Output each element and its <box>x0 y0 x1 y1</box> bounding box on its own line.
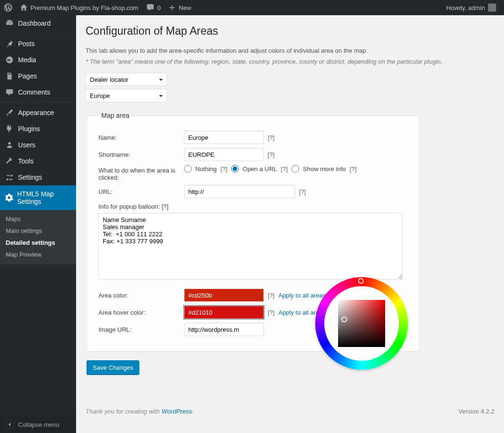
pin-icon <box>5 39 14 48</box>
sliders-icon <box>5 173 14 182</box>
collapse-menu[interactable]: Collapse menu <box>0 416 76 433</box>
sidebar-item-pages[interactable]: Pages <box>0 68 76 84</box>
radio-open-url[interactable] <box>231 165 239 173</box>
help-hint[interactable]: [?] <box>299 188 306 195</box>
footer-thanks: Thank you for creating with <box>86 408 162 415</box>
info-textarea[interactable] <box>98 213 403 279</box>
area-color-input[interactable] <box>184 289 264 302</box>
sidebar-item-label: Posts <box>18 40 35 48</box>
help-hint[interactable]: [?] <box>281 165 288 173</box>
radio-open-url-label: Open a URL <box>242 165 277 173</box>
svg-point-0 <box>10 59 12 61</box>
info-label: Info for popup balloon: [?] <box>98 203 403 210</box>
color-picker-saturation[interactable] <box>338 300 385 347</box>
area-color-label: Area color: <box>98 292 184 299</box>
hover-color-input[interactable] <box>184 306 264 319</box>
map-select[interactable]: Dealer locator <box>86 73 167 86</box>
admin-footer: Thank you for creating with WordPress. V… <box>86 389 494 422</box>
name-input[interactable] <box>184 131 264 144</box>
click-action-label: What to do when the area is clicked: <box>98 165 184 181</box>
sidebar-item-map-settings[interactable]: HTML5 Map Settings <box>0 185 76 210</box>
help-hint[interactable]: [?] <box>268 309 274 316</box>
main-content: Configuration of Map Areas This tab allo… <box>76 15 504 433</box>
new-content-link[interactable]: New <box>165 0 195 15</box>
save-button[interactable]: Save Changes <box>87 360 139 375</box>
site-name-link[interactable]: Premium Map Plugins by Fla-shop.com <box>16 0 142 15</box>
howdy-text: Howdy, admin <box>446 4 485 11</box>
help-hint[interactable]: [?] <box>221 165 227 173</box>
sidebar-item-media[interactable]: Media <box>0 52 76 68</box>
color-picker-sv-handle[interactable] <box>341 317 347 322</box>
radio-show-more-label: Show more info <box>303 165 346 173</box>
sidebar-item-label: Pages <box>18 72 37 80</box>
footer-version: Version 4.2.2 <box>458 408 494 415</box>
radio-nothing[interactable] <box>184 165 192 173</box>
sidebar-item-dashboard[interactable]: Dashboard <box>0 15 76 31</box>
svg-point-1 <box>8 142 10 144</box>
image-url-input[interactable] <box>184 323 264 336</box>
comments-link[interactable]: 0 <box>142 0 165 15</box>
page-icon <box>5 72 14 80</box>
radio-show-more[interactable] <box>291 165 299 173</box>
sidebar-item-users[interactable]: Users <box>0 137 76 153</box>
submenu-detailed-settings[interactable]: Detailed settings <box>0 237 76 249</box>
shortname-label: Shortname: <box>98 151 184 158</box>
sidebar-item-posts[interactable]: Posts <box>0 36 76 52</box>
comment-icon <box>146 3 155 12</box>
color-picker-hue-handle[interactable] <box>358 278 364 284</box>
intro-text: This tab allows you to add the area-spec… <box>86 47 494 54</box>
new-label: New <box>179 4 191 11</box>
url-input[interactable] <box>184 185 295 198</box>
sidebar-item-appearance[interactable]: Appearance <box>0 105 76 121</box>
help-hint[interactable]: [?] <box>268 292 274 299</box>
color-picker[interactable] <box>315 277 408 370</box>
help-hint[interactable]: [?] <box>268 151 274 158</box>
wrench-icon <box>5 157 14 165</box>
help-hint[interactable]: [?] <box>349 165 356 173</box>
sidebar-item-label: Comments <box>18 88 50 96</box>
area-select[interactable]: Europe <box>86 89 167 102</box>
sidebar-item-tools[interactable]: Tools <box>0 153 76 169</box>
plug-icon <box>5 125 14 133</box>
admin-sidebar: Dashboard Posts Media Pages Comments App… <box>0 15 76 433</box>
sidebar-item-label: HTML5 Map Settings <box>17 190 72 205</box>
sidebar-item-label: Media <box>18 56 36 64</box>
apply-all-link[interactable]: Apply to all areas <box>278 292 326 299</box>
home-icon <box>20 4 28 11</box>
intro-note: * The term "area" means one of the follo… <box>86 58 494 65</box>
account-link[interactable]: Howdy, admin <box>443 0 500 15</box>
name-label: Name: <box>98 134 184 141</box>
site-name: Premium Map Plugins by Fla-shop.com <box>30 4 138 11</box>
sidebar-item-label: Appearance <box>18 109 54 116</box>
plus-icon <box>168 4 176 11</box>
radio-nothing-label: Nothing <box>195 165 217 173</box>
sidebar-item-plugins[interactable]: Plugins <box>0 121 76 137</box>
sidebar-item-comments[interactable]: Comments <box>0 84 76 100</box>
media-icon <box>5 56 14 64</box>
comments-count: 0 <box>157 4 161 11</box>
sidebar-item-label: Plugins <box>18 125 40 133</box>
submenu-main-settings[interactable]: Main settings <box>0 225 76 237</box>
footer-wp-link[interactable]: WordPress <box>162 408 192 415</box>
submenu-maps[interactable]: Maps <box>0 213 76 225</box>
sidebar-item-settings[interactable]: Settings <box>0 169 76 185</box>
comment-icon <box>5 88 14 96</box>
image-url-label: Image URL: <box>98 326 184 333</box>
sidebar-item-label: Dashboard <box>18 19 51 27</box>
gear-icon <box>5 193 13 202</box>
sidebar-item-label: Tools <box>18 157 34 165</box>
page-title: Configuration of Map Areas <box>86 25 494 38</box>
wordpress-icon <box>4 3 12 12</box>
url-label: URL: <box>98 188 184 195</box>
help-hint[interactable]: [?] <box>268 134 274 141</box>
fieldset-legend: Map area <box>98 112 132 119</box>
sidebar-submenu: Maps Main settings Detailed settings Map… <box>0 210 76 264</box>
wp-logo[interactable] <box>0 0 16 15</box>
shortname-input[interactable] <box>184 148 264 161</box>
admin-top-bar: Premium Map Plugins by Fla-shop.com 0 Ne… <box>0 0 504 15</box>
dashboard-icon <box>5 19 14 28</box>
user-icon <box>5 141 14 149</box>
hover-color-label: Area hover color: <box>98 309 184 316</box>
sidebar-item-label: Users <box>18 141 36 149</box>
submenu-map-preview[interactable]: Map Preview <box>0 249 76 260</box>
